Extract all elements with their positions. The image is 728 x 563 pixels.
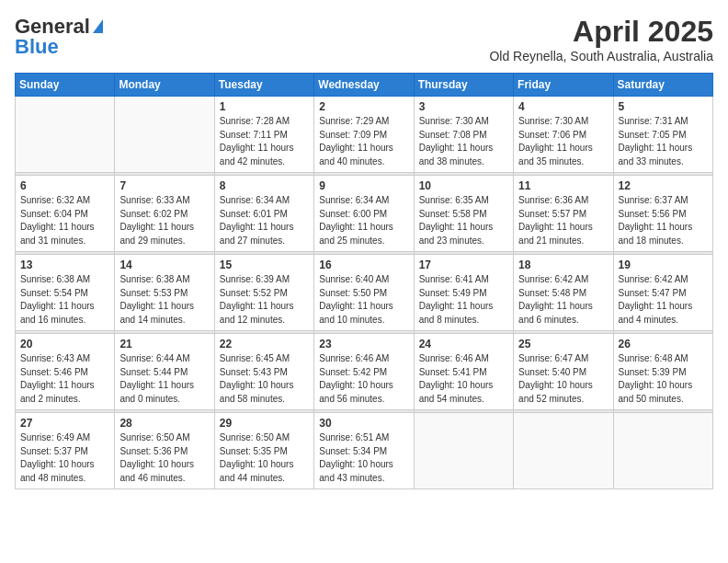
page-header: General Blue April 2025 Old Reynella, So… <box>15 15 713 63</box>
calendar-table: SundayMondayTuesdayWednesdayThursdayFrid… <box>15 73 713 489</box>
calendar-week-row: 1Sunrise: 7:28 AMSunset: 7:11 PMDaylight… <box>16 97 713 173</box>
day-info: Sunrise: 6:35 AMSunset: 5:58 PMDaylight:… <box>419 194 508 247</box>
day-number: 24 <box>419 338 508 350</box>
day-number: 2 <box>319 100 408 113</box>
day-info: Sunrise: 6:50 AMSunset: 5:35 PMDaylight:… <box>220 431 309 485</box>
day-info: Sunrise: 6:38 AMSunset: 5:53 PMDaylight:… <box>119 273 209 327</box>
day-info: Sunrise: 6:47 AMSunset: 5:40 PMDaylight:… <box>518 352 608 406</box>
calendar-day-cell: 21Sunrise: 6:44 AMSunset: 5:44 PMDayligh… <box>115 334 214 410</box>
day-number: 7 <box>119 179 209 192</box>
calendar-day-cell: 8Sunrise: 6:34 AMSunset: 6:01 PMDaylight… <box>214 176 313 252</box>
calendar-day-cell: 23Sunrise: 6:46 AMSunset: 5:42 PMDayligh… <box>314 334 414 410</box>
day-number: 21 <box>119 338 209 350</box>
day-number: 8 <box>220 179 309 192</box>
calendar-week-row: 13Sunrise: 6:38 AMSunset: 5:54 PMDayligh… <box>16 255 713 331</box>
calendar-header-row: SundayMondayTuesdayWednesdayThursdayFrid… <box>16 74 713 97</box>
calendar-day-cell: 5Sunrise: 7:31 AMSunset: 7:05 PMDaylight… <box>613 97 712 173</box>
day-number: 10 <box>419 179 508 192</box>
day-number: 15 <box>220 259 309 271</box>
calendar-day-header: Tuesday <box>214 74 313 97</box>
day-info: Sunrise: 6:34 AMSunset: 6:00 PMDaylight:… <box>319 194 408 247</box>
day-number: 5 <box>619 100 708 113</box>
day-info: Sunrise: 6:36 AMSunset: 5:57 PMDaylight:… <box>518 194 608 247</box>
calendar-day-cell <box>514 413 613 489</box>
calendar-day-cell: 26Sunrise: 6:48 AMSunset: 5:39 PMDayligh… <box>613 334 712 410</box>
day-info: Sunrise: 6:42 AMSunset: 5:47 PMDaylight:… <box>619 273 708 327</box>
day-info: Sunrise: 7:30 AMSunset: 7:08 PMDaylight:… <box>419 115 508 168</box>
calendar-week-row: 27Sunrise: 6:49 AMSunset: 5:37 PMDayligh… <box>16 413 713 489</box>
calendar-day-cell: 24Sunrise: 6:46 AMSunset: 5:41 PMDayligh… <box>414 334 513 410</box>
calendar-day-cell <box>16 97 115 173</box>
calendar-day-cell: 4Sunrise: 7:30 AMSunset: 7:06 PMDaylight… <box>514 97 613 173</box>
day-info: Sunrise: 6:44 AMSunset: 5:44 PMDaylight:… <box>119 352 209 406</box>
day-number: 1 <box>220 100 309 113</box>
calendar-day-header: Sunday <box>16 74 115 97</box>
day-number: 17 <box>419 259 508 271</box>
day-number: 19 <box>619 259 708 271</box>
day-info: Sunrise: 6:46 AMSunset: 5:41 PMDaylight:… <box>419 352 508 406</box>
calendar-day-cell: 30Sunrise: 6:51 AMSunset: 5:34 PMDayligh… <box>314 413 414 489</box>
day-info: Sunrise: 6:40 AMSunset: 5:50 PMDaylight:… <box>319 273 408 327</box>
calendar-day-cell: 19Sunrise: 6:42 AMSunset: 5:47 PMDayligh… <box>613 255 712 331</box>
day-number: 29 <box>220 417 309 430</box>
day-number: 12 <box>619 179 708 192</box>
location-title: Old Reynella, South Australia, Australia <box>489 49 713 63</box>
calendar-day-header: Thursday <box>414 74 513 97</box>
calendar-day-cell: 16Sunrise: 6:40 AMSunset: 5:50 PMDayligh… <box>314 255 414 331</box>
day-info: Sunrise: 7:28 AMSunset: 7:11 PMDaylight:… <box>220 115 309 168</box>
day-number: 27 <box>20 417 109 430</box>
calendar-day-cell: 10Sunrise: 6:35 AMSunset: 5:58 PMDayligh… <box>414 176 513 252</box>
day-info: Sunrise: 6:43 AMSunset: 5:46 PMDaylight:… <box>20 352 109 406</box>
day-info: Sunrise: 7:30 AMSunset: 7:06 PMDaylight:… <box>518 115 608 168</box>
day-info: Sunrise: 6:41 AMSunset: 5:49 PMDaylight:… <box>419 273 508 327</box>
calendar-day-cell: 2Sunrise: 7:29 AMSunset: 7:09 PMDaylight… <box>314 97 414 173</box>
day-info: Sunrise: 6:38 AMSunset: 5:54 PMDaylight:… <box>20 273 109 327</box>
calendar-day-cell: 3Sunrise: 7:30 AMSunset: 7:08 PMDaylight… <box>414 97 513 173</box>
calendar-day-cell <box>613 413 712 489</box>
calendar-day-cell: 25Sunrise: 6:47 AMSunset: 5:40 PMDayligh… <box>514 334 613 410</box>
logo-blue-text: Blue <box>15 35 59 59</box>
day-number: 22 <box>220 338 309 350</box>
logo: General Blue <box>15 15 103 59</box>
calendar-day-cell: 7Sunrise: 6:33 AMSunset: 6:02 PMDaylight… <box>115 176 214 252</box>
calendar-day-cell: 17Sunrise: 6:41 AMSunset: 5:49 PMDayligh… <box>414 255 513 331</box>
day-info: Sunrise: 6:32 AMSunset: 6:04 PMDaylight:… <box>20 194 109 247</box>
calendar-day-cell: 11Sunrise: 6:36 AMSunset: 5:57 PMDayligh… <box>514 176 613 252</box>
calendar-day-cell: 15Sunrise: 6:39 AMSunset: 5:52 PMDayligh… <box>214 255 313 331</box>
day-info: Sunrise: 6:37 AMSunset: 5:56 PMDaylight:… <box>619 194 708 247</box>
day-info: Sunrise: 6:46 AMSunset: 5:42 PMDaylight:… <box>319 352 408 406</box>
day-info: Sunrise: 6:45 AMSunset: 5:43 PMDaylight:… <box>220 352 309 406</box>
logo-triangle-icon <box>93 19 103 33</box>
calendar-day-cell <box>414 413 513 489</box>
day-info: Sunrise: 6:39 AMSunset: 5:52 PMDaylight:… <box>220 273 309 327</box>
calendar-day-cell: 27Sunrise: 6:49 AMSunset: 5:37 PMDayligh… <box>16 413 115 489</box>
day-info: Sunrise: 6:33 AMSunset: 6:02 PMDaylight:… <box>119 194 209 247</box>
day-number: 30 <box>319 417 408 430</box>
calendar-day-header: Saturday <box>613 74 712 97</box>
day-info: Sunrise: 6:51 AMSunset: 5:34 PMDaylight:… <box>319 431 408 485</box>
calendar-day-cell: 22Sunrise: 6:45 AMSunset: 5:43 PMDayligh… <box>214 334 313 410</box>
day-number: 3 <box>419 100 508 113</box>
day-number: 25 <box>518 338 608 350</box>
calendar-day-header: Friday <box>514 74 613 97</box>
day-number: 11 <box>518 179 608 192</box>
calendar-day-cell: 14Sunrise: 6:38 AMSunset: 5:53 PMDayligh… <box>115 255 214 331</box>
calendar-day-cell: 18Sunrise: 6:42 AMSunset: 5:48 PMDayligh… <box>514 255 613 331</box>
day-number: 6 <box>20 179 109 192</box>
day-number: 23 <box>319 338 408 350</box>
month-title: April 2025 <box>489 15 713 49</box>
day-info: Sunrise: 6:49 AMSunset: 5:37 PMDaylight:… <box>20 431 109 485</box>
day-info: Sunrise: 7:29 AMSunset: 7:09 PMDaylight:… <box>319 115 408 168</box>
day-info: Sunrise: 6:48 AMSunset: 5:39 PMDaylight:… <box>619 352 708 406</box>
day-number: 20 <box>20 338 109 350</box>
calendar-day-header: Monday <box>115 74 214 97</box>
calendar-day-cell: 13Sunrise: 6:38 AMSunset: 5:54 PMDayligh… <box>16 255 115 331</box>
day-number: 18 <box>518 259 608 271</box>
calendar-day-cell: 6Sunrise: 6:32 AMSunset: 6:04 PMDaylight… <box>16 176 115 252</box>
calendar-day-cell <box>115 97 214 173</box>
day-number: 9 <box>319 179 408 192</box>
calendar-day-cell: 28Sunrise: 6:50 AMSunset: 5:36 PMDayligh… <box>115 413 214 489</box>
day-number: 28 <box>119 417 209 430</box>
calendar-day-header: Wednesday <box>314 74 414 97</box>
calendar-day-cell: 29Sunrise: 6:50 AMSunset: 5:35 PMDayligh… <box>214 413 313 489</box>
